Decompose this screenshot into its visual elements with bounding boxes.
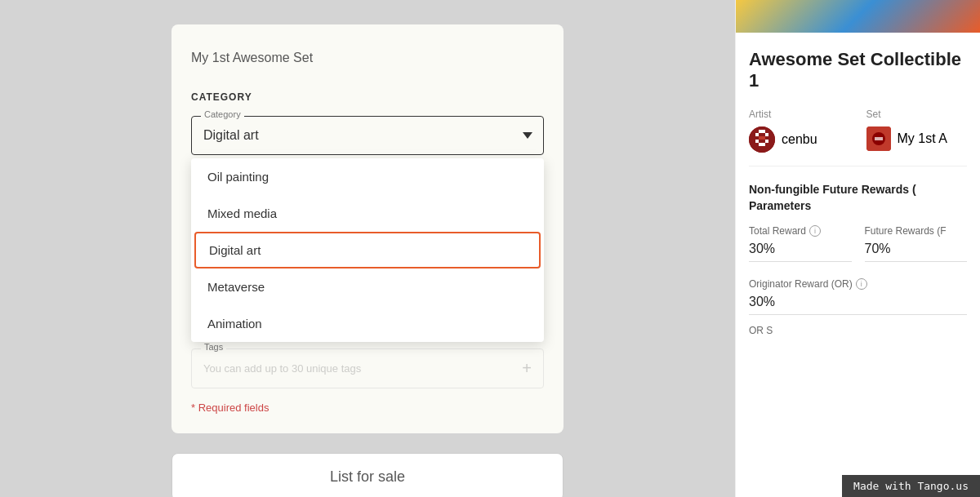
originator-info-icon[interactable]: i	[856, 278, 867, 290]
set-name-display: My 1st Awesome Set	[191, 44, 544, 72]
svg-rect-6	[759, 143, 765, 146]
total-reward-value: 30%	[749, 242, 852, 262]
artist-col: Artist cenbu	[749, 109, 850, 153]
future-rewards-value: 70%	[865, 242, 968, 262]
artist-value: cenbu	[749, 126, 850, 153]
dropdown-list: Oil painting Mixed media Digital art Met…	[191, 158, 544, 342]
nfr-subtitle: Parameters	[749, 199, 967, 212]
right-content: Awesome Set Collectible 1 Artist	[736, 33, 980, 497]
total-reward-col: Total Reward i 30%	[749, 225, 852, 262]
category-dropdown: Oil painting Mixed media Digital art Met…	[191, 158, 544, 342]
right-panel: Awesome Set Collectible 1 Artist	[735, 0, 980, 497]
category-floating-label: Category	[201, 109, 244, 119]
tango-watermark: Made with Tango.us	[842, 475, 980, 497]
svg-rect-2	[755, 133, 759, 136]
category-select-wrapper: Category Digital art	[191, 116, 544, 155]
future-rewards-col: Future Rewards (F 70%	[865, 225, 968, 262]
list-for-sale-button[interactable]: List for sale	[172, 453, 564, 497]
artist-set-row: Artist cenbu	[749, 109, 967, 166]
required-note: * Required fields	[191, 402, 544, 414]
left-panel: My 1st Awesome Set CATEGORY Category Dig…	[0, 0, 735, 497]
dropdown-arrow-icon	[523, 132, 532, 139]
or-s-label: OR S	[749, 325, 967, 336]
originator-label: Originator Reward (OR) i	[749, 278, 967, 290]
future-rewards-label: Future Rewards (F	[865, 225, 968, 237]
svg-rect-4	[755, 140, 759, 143]
set-thumbnail	[866, 126, 891, 151]
list-btn-wrapper: List for sale	[172, 453, 564, 497]
dropdown-item-animation[interactable]: Animation	[191, 305, 544, 342]
category-section-label: CATEGORY	[191, 91, 544, 103]
collectible-image	[736, 0, 980, 33]
svg-rect-3	[765, 133, 768, 136]
rewards-row: Total Reward i 30% Future Rewards (F 70%	[749, 225, 967, 262]
form-card: My 1st Awesome Set CATEGORY Category Dig…	[172, 24, 564, 433]
tags-area: Tags You can add up to 30 unique tags +	[191, 348, 544, 388]
svg-rect-7	[759, 136, 765, 140]
dropdown-item-digital-art[interactable]: Digital art	[194, 232, 541, 268]
total-reward-label: Total Reward i	[749, 225, 852, 237]
collectible-title: Awesome Set Collectible 1	[749, 49, 967, 92]
artist-avatar	[749, 126, 775, 153]
total-reward-info-icon[interactable]: i	[809, 225, 821, 237]
originator-section: Originator Reward (OR) i 30%	[749, 278, 967, 315]
artist-name: cenbu	[782, 132, 817, 147]
originator-value: 30%	[749, 295, 967, 315]
svg-rect-1	[759, 130, 765, 133]
set-col: Set My 1st A	[866, 109, 968, 153]
dropdown-item-metaverse[interactable]: Metaverse	[191, 268, 544, 305]
selected-category-text: Digital art	[203, 128, 259, 143]
svg-rect-5	[765, 140, 768, 143]
add-tag-button[interactable]: +	[522, 359, 532, 378]
artist-label: Artist	[749, 109, 850, 120]
dropdown-item-oil-painting[interactable]: Oil painting	[191, 158, 544, 195]
tags-floating-label: Tags	[201, 342, 226, 352]
category-select-box[interactable]: Digital art	[191, 116, 544, 155]
set-label: Set	[866, 109, 968, 120]
svg-rect-10	[875, 137, 883, 140]
tags-row[interactable]: You can add up to 30 unique tags +	[191, 348, 544, 388]
nfr-title: Non-fungible Future Rewards (	[749, 183, 967, 196]
dropdown-item-mixed-media[interactable]: Mixed media	[191, 195, 544, 232]
set-value: My 1st A	[866, 126, 968, 151]
tags-hint-text: You can add up to 30 unique tags	[203, 362, 361, 375]
set-name-right: My 1st A	[898, 131, 947, 146]
